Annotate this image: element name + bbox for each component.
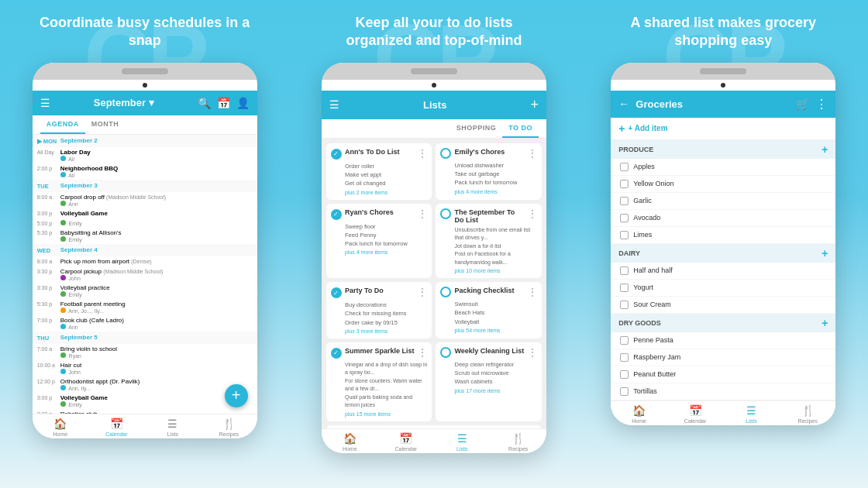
list-more: plus 54 more items (440, 328, 537, 333)
item-name-limes: Limes (633, 231, 652, 239)
recipes-nav-icon-lists: 🍴 (512, 432, 525, 445)
checkbox-yogurt[interactable] (620, 284, 629, 292)
grocery-item-peanut-butter[interactable]: Peanut Butter (611, 366, 835, 383)
checkbox-peanut-butter[interactable] (620, 370, 629, 379)
grocery-item-penne[interactable]: Penne Pasta (611, 332, 835, 349)
grocery-item-raspberry-jam[interactable]: Raspberry Jam (611, 349, 835, 366)
menu-icon[interactable]: ☰ (40, 97, 50, 109)
nav-home-label: Home (53, 431, 68, 437)
grocery-item-avocado[interactable]: Avocado (611, 210, 835, 227)
item-name-raspberry-jam: Raspberry Jam (633, 353, 680, 361)
event-carpool-pickup: 3:30 p Carpool pickup (Madison Middle Sc… (33, 266, 257, 283)
nav-recipes-label: Recipes (219, 431, 239, 437)
grocery-item-apples[interactable]: Apples (611, 159, 835, 176)
checkbox-raspberry-jam[interactable] (620, 353, 629, 362)
list-card-emilys-chores[interactable]: Emily's Chores ⋮ Unload dishwasherTake o… (436, 143, 542, 200)
nav-lists-lists[interactable]: ☰ Lists (434, 432, 491, 452)
calendar-nav-icon-grocery: 📅 (689, 404, 702, 417)
phone-dot (143, 83, 147, 88)
list-card-summer-sparkle[interactable]: ✓ Summer Sparkle List ⋮ Vinegar and a dr… (326, 342, 432, 421)
fab-add[interactable]: + (225, 384, 248, 407)
grocery-item-yellow-onion[interactable]: Yellow Onion (611, 176, 835, 193)
list-items: Sweep floorFeed PennyPack lunch for tomo… (331, 222, 428, 249)
checkbox-apples[interactable] (620, 163, 629, 171)
event-babysitting: 5:30 p Babysitting at Allison's Emily (33, 228, 257, 244)
search-icon[interactable]: 🔍 (198, 97, 211, 109)
nav-recipes-grocery[interactable]: 🍴 Recipes (780, 404, 836, 424)
list-card-header: ✓ Ryan's Chores ⋮ (331, 208, 428, 220)
recipes-nav-icon: 🍴 (222, 418, 236, 430)
nav-lists[interactable]: ☰ Lists (145, 418, 202, 437)
add-item-row[interactable]: + + Add item (611, 118, 835, 140)
event-pickup-mom: 8:00 a Pick up mom from airport (Denise) (33, 256, 257, 266)
list-more: plus 17 more items (440, 388, 537, 393)
list-card-packing[interactable]: Packing Checklist ⋮ SwimsuitBeach HatsVo… (436, 282, 542, 339)
tab-month[interactable]: MONTH (85, 115, 126, 134)
nav-recipes-lists[interactable]: 🍴 Recipes (490, 432, 546, 452)
checkbox-yellow-onion[interactable] (620, 180, 629, 188)
calendar-icon[interactable]: 📅 (217, 97, 230, 109)
list-items: Order rollerMake vet apptGet oil changed (331, 162, 428, 188)
section-dry-goods-add[interactable]: + (822, 317, 828, 329)
tab-agenda[interactable]: AGENDA (40, 115, 85, 134)
lists-nav-icon-grocery: ☰ (746, 404, 756, 417)
person-icon[interactable]: 👤 (236, 97, 250, 109)
nav-calendar-grocery[interactable]: 📅 Calendar (667, 404, 724, 424)
grocery-item-sour-cream[interactable]: Sour Cream (611, 297, 835, 314)
grocery-item-garlic[interactable]: Garlic (611, 193, 835, 210)
add-list-icon[interactable]: + (530, 97, 539, 113)
list-card-september-todo[interactable]: The September To Do List ⋮ Unsubscribe f… (436, 204, 542, 279)
list-menu-icon[interactable]: ⋮ (418, 208, 427, 219)
checkbox-sour-cream[interactable] (620, 301, 629, 309)
list-menu-icon[interactable]: ⋮ (528, 148, 537, 159)
list-card-weekly-cleaning[interactable]: Weekly Cleaning List ⋮ Deep clean refrig… (436, 342, 542, 421)
list-title: Ryan's Chores (345, 208, 415, 216)
checkbox-avocado[interactable] (620, 214, 629, 222)
checkbox-tortillas[interactable] (620, 387, 629, 396)
event-haircut: 10:00 a Hair cut John (33, 360, 257, 376)
nav-home-lists[interactable]: 🏠 Home (322, 432, 378, 452)
back-icon[interactable]: ← (618, 98, 629, 110)
list-menu-icon[interactable]: ⋮ (528, 347, 537, 358)
checkbox-garlic[interactable] (620, 197, 629, 205)
home-icon-grocery: 🏠 (632, 404, 646, 417)
list-card-party-todo[interactable]: ✓ Party To Do ⋮ Buy decorationsCheck for… (326, 282, 432, 339)
lists-tabs: SHOPPING TO DO (322, 119, 546, 139)
event-volleyball-practice: 3:30 p Volleyball practice Emily (33, 283, 257, 299)
nav-calendar-lists[interactable]: 📅 Calendar (377, 432, 434, 452)
calendar-header-icons: 🔍 📅 👤 (198, 97, 250, 109)
grocery-item-yogurt[interactable]: Yogurt (611, 280, 835, 297)
grocery-item-half-half[interactable]: Half and half (611, 263, 835, 280)
nav-lists-grocery[interactable]: ☰ Lists (723, 404, 780, 424)
list-items: Deep clean refrigeratorScrub out microwa… (440, 360, 537, 387)
cart-icon[interactable]: 🛒 (796, 98, 809, 110)
calendar-nav-icon-lists: 📅 (399, 432, 412, 445)
tab-todo[interactable]: TO DO (502, 119, 539, 138)
lists-menu-icon[interactable]: ☰ (329, 98, 339, 111)
checkbox-limes[interactable] (620, 231, 629, 239)
list-card-header: The September To Do List ⋮ (440, 208, 537, 224)
list-menu-icon[interactable]: ⋮ (528, 287, 537, 297)
home-icon: 🏠 (53, 418, 67, 430)
list-card-anns-todo[interactable]: ✓ Ann's To Do List ⋮ Order rollerMake ve… (326, 143, 432, 200)
list-menu-icon[interactable]: ⋮ (528, 208, 537, 219)
tab-shopping[interactable]: SHOPPING (450, 119, 503, 138)
grocery-item-limes[interactable]: Limes (611, 227, 835, 244)
list-menu-icon[interactable]: ⋮ (418, 347, 427, 358)
checkbox-penne[interactable] (620, 336, 629, 345)
section-dairy-add[interactable]: + (822, 247, 828, 259)
list-card-ryans-chores[interactable]: ✓ Ryan's Chores ⋮ Sweep floorFeed PennyP… (326, 204, 432, 279)
checkbox-half-half[interactable] (620, 266, 629, 275)
more-icon[interactable]: ⋮ (815, 97, 828, 112)
list-menu-icon[interactable]: ⋮ (418, 287, 427, 297)
grocery-item-tortillas[interactable]: Tortillas (611, 383, 835, 400)
nav-home[interactable]: 🏠 Home (33, 418, 89, 437)
nav-home-grocery[interactable]: 🏠 Home (611, 404, 667, 424)
list-menu-icon[interactable]: ⋮ (418, 148, 427, 159)
nav-recipes[interactable]: 🍴 Recipes (201, 418, 257, 437)
check-icon-blue: ✓ (331, 287, 342, 298)
panel-lists: CP Keep all your to do lists organized a… (289, 0, 578, 488)
check-icon-blue: ✓ (331, 348, 342, 359)
section-produce-add[interactable]: + (822, 143, 828, 156)
nav-calendar[interactable]: 📅 Calendar (88, 418, 145, 437)
